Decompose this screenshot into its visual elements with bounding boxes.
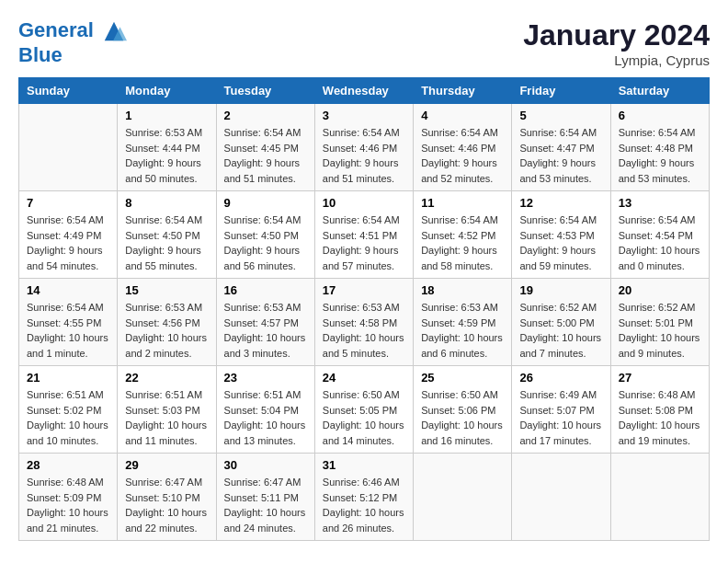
calendar-cell: 18Sunrise: 6:53 AMSunset: 4:59 PMDayligh… bbox=[414, 279, 512, 366]
day-number: 1 bbox=[125, 109, 208, 122]
weekday-header-friday: Friday bbox=[512, 78, 610, 104]
calendar-cell: 24Sunrise: 6:50 AMSunset: 5:05 PMDayligh… bbox=[314, 366, 413, 454]
day-number: 11 bbox=[421, 196, 504, 210]
weekday-header-row: SundayMondayTuesdayWednesdayThursdayFrid… bbox=[19, 78, 710, 104]
calendar-cell: 15Sunrise: 6:53 AMSunset: 4:56 PMDayligh… bbox=[118, 279, 216, 366]
weekday-header-sunday: Sunday bbox=[19, 78, 118, 104]
day-info: Sunrise: 6:54 AMSunset: 4:51 PMDaylight:… bbox=[323, 213, 405, 273]
calendar-cell: 23Sunrise: 6:51 AMSunset: 5:04 PMDayligh… bbox=[216, 366, 314, 454]
day-info: Sunrise: 6:54 AMSunset: 4:48 PMDaylight:… bbox=[619, 125, 701, 186]
day-info: Sunrise: 6:48 AMSunset: 5:08 PMDaylight:… bbox=[619, 387, 701, 448]
calendar-week-4: 21Sunrise: 6:51 AMSunset: 5:02 PMDayligh… bbox=[19, 366, 710, 454]
calendar-cell bbox=[414, 454, 512, 541]
calendar-week-5: 28Sunrise: 6:48 AMSunset: 5:09 PMDayligh… bbox=[19, 454, 710, 541]
day-number: 19 bbox=[519, 283, 602, 297]
weekday-header-thursday: Thursday bbox=[414, 78, 512, 104]
calendar-cell: 3Sunrise: 6:54 AMSunset: 4:46 PMDaylight… bbox=[314, 104, 413, 191]
month-year: January 2024 bbox=[523, 18, 710, 52]
location: Lympia, Cyprus bbox=[523, 52, 710, 68]
day-number: 8 bbox=[125, 196, 208, 210]
title-block: January 2024 Lympia, Cyprus bbox=[523, 18, 710, 68]
day-number: 10 bbox=[323, 196, 405, 210]
day-info: Sunrise: 6:52 AMSunset: 5:01 PMDaylight:… bbox=[619, 300, 701, 361]
logo-blue: Blue bbox=[18, 44, 127, 66]
day-info: Sunrise: 6:54 AMSunset: 4:49 PMDaylight:… bbox=[27, 213, 109, 273]
calendar-cell: 7Sunrise: 6:54 AMSunset: 4:49 PMDaylight… bbox=[19, 191, 118, 279]
day-number: 17 bbox=[323, 283, 405, 297]
day-number: 5 bbox=[519, 109, 602, 122]
calendar-cell: 8Sunrise: 6:54 AMSunset: 4:50 PMDaylight… bbox=[118, 191, 216, 279]
day-info: Sunrise: 6:51 AMSunset: 5:03 PMDaylight:… bbox=[125, 387, 208, 448]
logo-icon bbox=[101, 18, 127, 44]
day-info: Sunrise: 6:51 AMSunset: 5:02 PMDaylight:… bbox=[27, 387, 109, 448]
calendar-cell: 21Sunrise: 6:51 AMSunset: 5:02 PMDayligh… bbox=[19, 366, 118, 454]
calendar-cell: 28Sunrise: 6:48 AMSunset: 5:09 PMDayligh… bbox=[19, 454, 118, 541]
day-info: Sunrise: 6:51 AMSunset: 5:04 PMDaylight:… bbox=[224, 387, 307, 448]
day-number: 31 bbox=[323, 458, 405, 472]
calendar-cell: 27Sunrise: 6:48 AMSunset: 5:08 PMDayligh… bbox=[610, 366, 709, 454]
day-number: 4 bbox=[421, 109, 504, 122]
calendar-table: SundayMondayTuesdayWednesdayThursdayFrid… bbox=[18, 77, 710, 541]
day-number: 9 bbox=[224, 196, 307, 210]
day-number: 23 bbox=[224, 371, 307, 385]
calendar-cell: 13Sunrise: 6:54 AMSunset: 4:54 PMDayligh… bbox=[610, 191, 709, 279]
calendar-cell: 5Sunrise: 6:54 AMSunset: 4:47 PMDaylight… bbox=[512, 104, 610, 191]
day-info: Sunrise: 6:47 AMSunset: 5:10 PMDaylight:… bbox=[125, 475, 208, 535]
day-number: 20 bbox=[619, 283, 701, 297]
day-info: Sunrise: 6:53 AMSunset: 4:44 PMDaylight:… bbox=[125, 125, 208, 186]
calendar-week-2: 7Sunrise: 6:54 AMSunset: 4:49 PMDaylight… bbox=[19, 191, 710, 279]
calendar-cell: 31Sunrise: 6:46 AMSunset: 5:12 PMDayligh… bbox=[314, 454, 413, 541]
calendar-cell: 12Sunrise: 6:54 AMSunset: 4:53 PMDayligh… bbox=[512, 191, 610, 279]
day-info: Sunrise: 6:53 AMSunset: 4:57 PMDaylight:… bbox=[224, 300, 307, 361]
day-info: Sunrise: 6:50 AMSunset: 5:05 PMDaylight:… bbox=[323, 387, 405, 448]
day-info: Sunrise: 6:54 AMSunset: 4:47 PMDaylight:… bbox=[519, 125, 602, 186]
day-info: Sunrise: 6:50 AMSunset: 5:06 PMDaylight:… bbox=[421, 387, 504, 448]
day-number: 18 bbox=[421, 283, 504, 297]
day-number: 13 bbox=[619, 196, 701, 210]
day-number: 30 bbox=[224, 458, 307, 472]
logo-text: General bbox=[18, 18, 127, 44]
calendar-cell bbox=[19, 104, 118, 191]
day-number: 12 bbox=[519, 196, 602, 210]
calendar-cell: 19Sunrise: 6:52 AMSunset: 5:00 PMDayligh… bbox=[512, 279, 610, 366]
day-info: Sunrise: 6:54 AMSunset: 4:45 PMDaylight:… bbox=[224, 125, 307, 186]
day-number: 29 bbox=[125, 458, 208, 472]
day-number: 7 bbox=[27, 196, 109, 210]
calendar-cell: 16Sunrise: 6:53 AMSunset: 4:57 PMDayligh… bbox=[216, 279, 314, 366]
calendar-cell: 4Sunrise: 6:54 AMSunset: 4:46 PMDaylight… bbox=[414, 104, 512, 191]
calendar-week-1: 1Sunrise: 6:53 AMSunset: 4:44 PMDaylight… bbox=[19, 104, 710, 191]
calendar-cell: 10Sunrise: 6:54 AMSunset: 4:51 PMDayligh… bbox=[314, 191, 413, 279]
calendar-cell: 6Sunrise: 6:54 AMSunset: 4:48 PMDaylight… bbox=[610, 104, 709, 191]
calendar-cell: 1Sunrise: 6:53 AMSunset: 4:44 PMDaylight… bbox=[118, 104, 216, 191]
day-info: Sunrise: 6:54 AMSunset: 4:46 PMDaylight:… bbox=[323, 125, 405, 186]
calendar-week-3: 14Sunrise: 6:54 AMSunset: 4:55 PMDayligh… bbox=[19, 279, 710, 366]
weekday-header-saturday: Saturday bbox=[610, 78, 709, 104]
calendar-cell: 17Sunrise: 6:53 AMSunset: 4:58 PMDayligh… bbox=[314, 279, 413, 366]
calendar-cell: 26Sunrise: 6:49 AMSunset: 5:07 PMDayligh… bbox=[512, 366, 610, 454]
day-number: 21 bbox=[27, 371, 109, 385]
day-info: Sunrise: 6:54 AMSunset: 4:52 PMDaylight:… bbox=[421, 213, 504, 273]
day-number: 3 bbox=[323, 109, 405, 122]
day-number: 27 bbox=[619, 371, 701, 385]
day-info: Sunrise: 6:54 AMSunset: 4:53 PMDaylight:… bbox=[519, 213, 602, 273]
day-info: Sunrise: 6:53 AMSunset: 4:59 PMDaylight:… bbox=[421, 300, 504, 361]
day-number: 6 bbox=[619, 109, 701, 122]
day-info: Sunrise: 6:47 AMSunset: 5:11 PMDaylight:… bbox=[224, 475, 307, 535]
logo: General Blue bbox=[18, 18, 127, 66]
calendar-cell: 2Sunrise: 6:54 AMSunset: 4:45 PMDaylight… bbox=[216, 104, 314, 191]
day-info: Sunrise: 6:49 AMSunset: 5:07 PMDaylight:… bbox=[519, 387, 602, 448]
day-number: 24 bbox=[323, 371, 405, 385]
day-info: Sunrise: 6:53 AMSunset: 4:56 PMDaylight:… bbox=[125, 300, 208, 361]
calendar-cell: 25Sunrise: 6:50 AMSunset: 5:06 PMDayligh… bbox=[414, 366, 512, 454]
page-header: General Blue January 2024 Lympia, Cyprus bbox=[18, 18, 710, 68]
day-info: Sunrise: 6:53 AMSunset: 4:58 PMDaylight:… bbox=[323, 300, 405, 361]
day-info: Sunrise: 6:54 AMSunset: 4:50 PMDaylight:… bbox=[125, 213, 208, 273]
day-number: 14 bbox=[27, 283, 109, 297]
calendar-cell: 29Sunrise: 6:47 AMSunset: 5:10 PMDayligh… bbox=[118, 454, 216, 541]
calendar-cell: 14Sunrise: 6:54 AMSunset: 4:55 PMDayligh… bbox=[19, 279, 118, 366]
calendar-cell: 30Sunrise: 6:47 AMSunset: 5:11 PMDayligh… bbox=[216, 454, 314, 541]
weekday-header-tuesday: Tuesday bbox=[216, 78, 314, 104]
calendar-cell: 9Sunrise: 6:54 AMSunset: 4:50 PMDaylight… bbox=[216, 191, 314, 279]
day-number: 16 bbox=[224, 283, 307, 297]
day-info: Sunrise: 6:52 AMSunset: 5:00 PMDaylight:… bbox=[519, 300, 602, 361]
